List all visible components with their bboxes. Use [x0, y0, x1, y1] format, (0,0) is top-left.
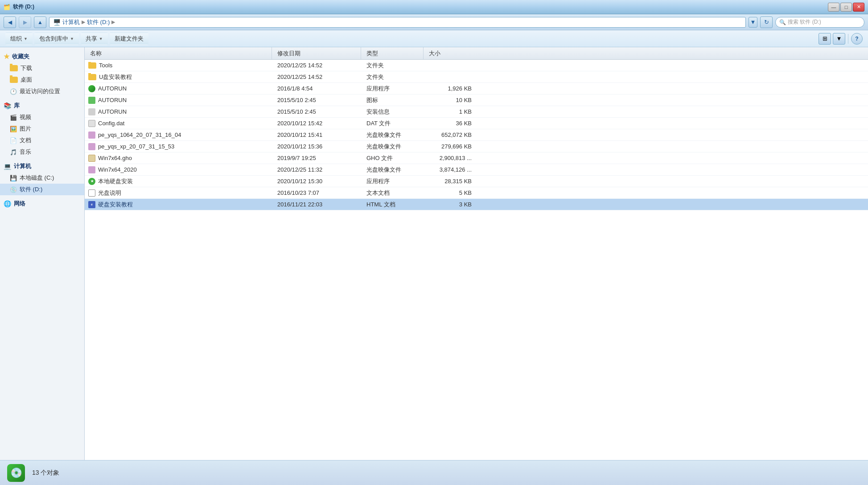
cell-date: 2020/12/25 14:52	[272, 62, 361, 69]
sidebar-item-video-label: 视频	[20, 113, 31, 121]
doc-icon: 📄	[10, 137, 17, 144]
path-computer[interactable]: 计算机	[62, 18, 80, 26]
table-row[interactable]: Tools 2020/12/25 14:52 文件夹	[85, 60, 868, 71]
table-row[interactable]: Config.dat 2020/10/12 15:42 DAT 文件 36 KB	[85, 118, 868, 129]
cell-type: 文本文档	[361, 189, 424, 197]
computer-section: 💻 计算机 💾 本地磁盘 (C:) 💿 软件 (D:)	[0, 160, 84, 195]
iso-icon	[88, 132, 95, 139]
cell-type: DAT 文件	[361, 119, 424, 127]
sidebar-item-desktop-label: 桌面	[21, 76, 32, 84]
network-section: 🌐 网络	[0, 198, 84, 210]
sidebar-item-desktop[interactable]: 桌面	[0, 74, 84, 86]
title-bar-controls: — □ ✕	[828, 3, 864, 12]
view-button[interactable]: ⊞	[819, 33, 831, 45]
close-button[interactable]: ✕	[853, 3, 864, 12]
cell-size: 10 KB	[424, 97, 477, 103]
file-name: 光盘说明	[98, 189, 121, 197]
network-icon: 🌐	[4, 200, 11, 207]
view-icon: ⊞	[823, 35, 827, 42]
cell-name: pe_yqs_xp_20_07_31_15_53	[85, 143, 272, 150]
file-name: U盘安装教程	[99, 73, 132, 81]
cell-name: Config.dat	[85, 120, 272, 127]
sidebar-item-d-drive[interactable]: 💿 软件 (D:)	[0, 184, 84, 195]
cell-size: 3 KB	[424, 201, 477, 208]
folder-icon-small: 🖥️	[53, 19, 61, 26]
sidebar-item-music-label: 音乐	[20, 148, 31, 156]
forward-button[interactable]: ▶	[19, 16, 31, 28]
back-button[interactable]: ◀	[4, 16, 16, 28]
window-icon: 🗂️	[4, 4, 10, 10]
sidebar-item-c-drive[interactable]: 💾 本地磁盘 (C:)	[0, 172, 84, 184]
col-header-type[interactable]: 类型	[361, 47, 424, 59]
cell-date: 2015/5/10 2:45	[272, 108, 361, 115]
sidebar-item-recent[interactable]: 🕐 最近访问的位置	[0, 86, 84, 97]
file-name: 硬盘安装教程	[98, 201, 133, 209]
table-row[interactable]: ★ 本地硬盘安装 2020/10/12 15:30 应用程序 28,315 KB	[85, 176, 868, 187]
network-title[interactable]: 🌐 网络	[0, 198, 84, 210]
up-button[interactable]: ▲	[34, 16, 46, 28]
sidebar-item-video[interactable]: 🎬 视频	[0, 111, 84, 123]
include-library-button[interactable]: 包含到库中 ▼	[34, 33, 79, 45]
cell-size: 2,900,813 ...	[424, 155, 477, 161]
sidebar-item-download[interactable]: 下载	[0, 62, 84, 74]
organize-label: 组织	[10, 35, 22, 43]
sidebar-item-doc[interactable]: 📄 文档	[0, 135, 84, 146]
cell-type: 光盘映像文件	[361, 143, 424, 151]
col-header-size[interactable]: 大小	[424, 47, 477, 59]
ico-icon	[88, 97, 95, 104]
library-title[interactable]: 📚 库	[0, 100, 84, 111]
file-name: Win7x64.gho	[98, 155, 132, 161]
address-path[interactable]: 🖥️ 计算机 ▶ 软件 (D:) ▶	[49, 17, 746, 28]
iso-icon	[88, 143, 95, 150]
table-row[interactable]: AUTORUN 2015/5/10 2:45 图标 10 KB	[85, 95, 868, 106]
cell-name: ★ 本地硬盘安装	[85, 177, 272, 185]
help-button[interactable]: ?	[851, 33, 863, 45]
cell-size: 5 KB	[424, 189, 477, 196]
image-icon: 🖼️	[10, 126, 17, 132]
network-label: 网络	[14, 200, 25, 208]
col-header-name[interactable]: 名称	[85, 47, 272, 59]
status-app-icon: 💿	[7, 464, 25, 482]
file-name: AUTORUN	[98, 97, 127, 103]
search-box[interactable]: 🔍 搜索 软件 (D:)	[775, 17, 864, 28]
toolbar-separator	[848, 34, 848, 44]
table-row[interactable]: AUTORUN 2015/5/10 2:45 安装信息 1 KB	[85, 106, 868, 118]
table-row[interactable]: AUTORUN 2016/1/8 4:54 应用程序 1,926 KB	[85, 83, 868, 95]
sidebar-item-c-drive-label: 本地磁盘 (C:)	[20, 174, 54, 182]
music-icon: 🎵	[10, 149, 17, 156]
sidebar-item-image[interactable]: 🖼️ 图片	[0, 123, 84, 135]
file-name: pe_yqs_1064_20_07_31_16_04	[98, 132, 181, 138]
table-row[interactable]: pe_yqs_1064_20_07_31_16_04 2020/10/12 15…	[85, 129, 868, 141]
video-icon: 🎬	[10, 114, 17, 121]
favorites-section: ★ 收藏夹 下载 桌面 🕐 最近访问的位置	[0, 51, 84, 97]
table-row[interactable]: pe_yqs_xp_20_07_31_15_53 2020/10/12 15:3…	[85, 141, 868, 152]
refresh-button[interactable]: ↻	[760, 16, 773, 28]
cell-date: 2020/12/25 11:32	[272, 166, 361, 173]
path-drive[interactable]: 软件 (D:)	[87, 18, 110, 26]
organize-button[interactable]: 组织 ▼	[5, 33, 33, 45]
table-row[interactable]: Win7x64_2020 2020/12/25 11:32 光盘映像文件 3,8…	[85, 164, 868, 176]
cell-type: 图标	[361, 96, 424, 104]
library-section: 📚 库 🎬 视频 🖼️ 图片 📄 文档 🎵 音乐	[0, 100, 84, 158]
cell-type: 安装信息	[361, 108, 424, 116]
new-folder-button[interactable]: 新建文件夹	[110, 33, 148, 45]
view-dropdown-button[interactable]: ▼	[833, 33, 845, 45]
col-header-date[interactable]: 修改日期	[272, 47, 361, 59]
d-drive-icon: 💿	[10, 186, 17, 193]
share-button[interactable]: 共享 ▼	[81, 33, 108, 45]
inf-icon	[88, 108, 95, 115]
cell-type: GHO 文件	[361, 154, 424, 162]
table-row[interactable]: U盘安装教程 2020/12/25 14:52 文件夹	[85, 71, 868, 83]
gho-icon	[88, 155, 95, 162]
address-dropdown-button[interactable]: ▼	[749, 17, 757, 28]
file-list: 名称 修改日期 类型 大小 Tools 2020/12/25 14:52 文件夹…	[85, 47, 868, 460]
iso-icon	[88, 166, 95, 173]
sidebar-item-music[interactable]: 🎵 音乐	[0, 146, 84, 158]
table-row[interactable]: 光盘说明 2016/10/23 7:07 文本文档 5 KB	[85, 187, 868, 199]
minimize-button[interactable]: —	[828, 3, 839, 12]
computer-title[interactable]: 💻 计算机	[0, 160, 84, 172]
table-row[interactable]: Win7x64.gho 2019/9/7 19:25 GHO 文件 2,900,…	[85, 152, 868, 164]
table-row[interactable]: e 硬盘安装教程 2016/11/21 22:03 HTML 文档 3 KB	[85, 199, 868, 210]
maximize-button[interactable]: □	[840, 3, 852, 12]
favorites-title[interactable]: ★ 收藏夹	[0, 51, 84, 62]
